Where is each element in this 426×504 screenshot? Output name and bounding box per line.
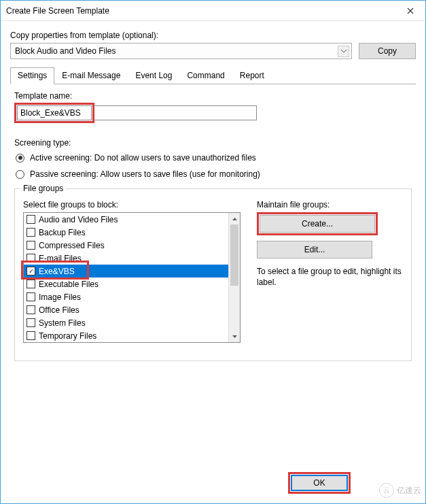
checkbox[interactable] [26, 318, 35, 327]
window-title: Create File Screen Template [6, 6, 395, 16]
file-groups-listbox[interactable]: Audio and Video FilesBackup FilesCompres… [23, 212, 241, 343]
checkbox[interactable] [26, 305, 35, 314]
radio-passive-label: Passive screening: Allow users to save f… [30, 169, 260, 179]
list-item-label: Temporary Files [39, 331, 96, 341]
list-item[interactable]: Executable Files [24, 278, 228, 290]
template-name-input-ext[interactable] [94, 105, 257, 120]
chevron-down-icon [338, 46, 349, 57]
checkbox[interactable] [26, 215, 35, 224]
list-item[interactable]: Exe&VBS [24, 265, 228, 278]
tab-command[interactable]: Command [179, 67, 232, 84]
tab-strip: Settings E-mail Message Event Log Comman… [10, 67, 416, 84]
tab-settings[interactable]: Settings [10, 67, 54, 84]
copy-properties-label: Copy properties from template (optional)… [10, 31, 416, 40]
list-item-label: Image Files [39, 292, 81, 302]
content-area: Copy properties from template (optional)… [1, 21, 425, 367]
list-item[interactable]: Compressed Files [24, 239, 228, 252]
file-groups-fieldset: File groups Select file groups to block:… [14, 188, 412, 361]
radio-passive[interactable]: Passive screening: Allow users to save f… [16, 169, 412, 179]
list-item-label: Executable Files [39, 280, 99, 289]
tab-email[interactable]: E-mail Message [54, 67, 128, 84]
dialog-window: Create File Screen Template Copy propert… [0, 0, 426, 504]
list-item[interactable]: Image Files [24, 290, 228, 303]
template-name-label: Template name: [14, 91, 412, 101]
ok-button[interactable]: OK [291, 475, 348, 491]
list-item[interactable]: E-mail Files [24, 252, 228, 265]
listbox-scrollbar[interactable] [228, 213, 240, 342]
hint-text: To select a file group to edit, highligh… [257, 267, 403, 288]
list-item-label: Exe&VBS [39, 267, 75, 276]
titlebar: Create File Screen Template [1, 1, 425, 21]
tab-report[interactable]: Report [232, 67, 272, 84]
create-button[interactable]: Create... [260, 215, 375, 233]
close-icon [407, 7, 414, 14]
edit-button[interactable]: Edit... [257, 241, 372, 258]
dialog-buttons: OK [288, 472, 416, 494]
screening-type-label: Screening type: [14, 138, 412, 148]
list-item[interactable]: Office Files [24, 303, 228, 316]
radio-active[interactable]: Active screening: Do not allow users to … [16, 153, 412, 163]
dropdown-value: Block Audio and Video Files [15, 46, 116, 56]
list-item[interactable]: Temporary Files [24, 329, 228, 342]
checkbox[interactable] [26, 241, 35, 250]
list-item[interactable]: Audio and Video Files [24, 213, 228, 226]
checkbox[interactable] [26, 267, 35, 275]
checkbox[interactable] [26, 228, 35, 237]
file-groups-legend: File groups [20, 184, 66, 193]
checkbox[interactable] [26, 254, 35, 263]
list-item-label: Backup Files [39, 228, 86, 237]
close-button[interactable] [395, 1, 425, 21]
checkbox[interactable] [26, 292, 35, 301]
copy-row: Block Audio and Video Files Copy [10, 43, 416, 59]
radio-active-button[interactable] [16, 154, 24, 163]
radio-passive-button[interactable] [16, 170, 24, 179]
checkbox[interactable] [26, 280, 35, 288]
maintain-groups-label: Maintain file groups: [257, 200, 403, 209]
scroll-thumb[interactable] [230, 224, 238, 286]
scroll-up-icon[interactable] [229, 213, 240, 224]
list-item-label: Audio and Video Files [39, 215, 118, 224]
list-item-label: Office Files [39, 305, 79, 315]
list-item[interactable]: System Files [24, 316, 228, 329]
list-item-label: System Files [39, 318, 86, 328]
list-item-label: Compressed Files [39, 241, 105, 250]
list-item[interactable]: Backup Files [24, 226, 228, 239]
settings-tab-body: Template name: Screening type: Active sc… [10, 90, 416, 367]
copy-button[interactable]: Copy [359, 43, 416, 59]
list-item-label: E-mail Files [39, 254, 82, 263]
checkbox[interactable] [26, 331, 35, 340]
template-name-input[interactable] [17, 105, 92, 120]
select-file-groups-label: Select file groups to block: [23, 200, 241, 209]
scroll-down-icon[interactable] [229, 331, 240, 342]
tab-eventlog[interactable]: Event Log [128, 67, 179, 84]
template-dropdown[interactable]: Block Audio and Video Files [10, 43, 352, 59]
radio-active-label: Active screening: Do not allow users to … [30, 153, 256, 163]
